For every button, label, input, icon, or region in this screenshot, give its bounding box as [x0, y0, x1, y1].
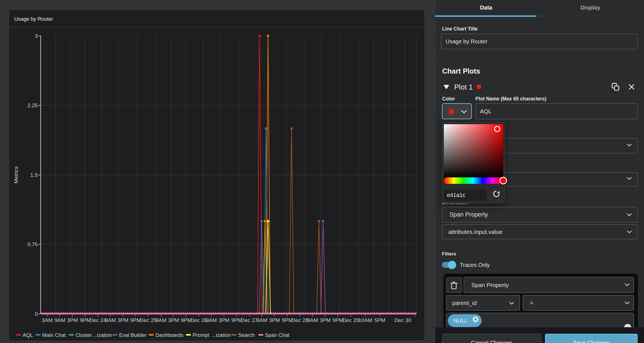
- svg-text:9PM: 9PM: [80, 317, 91, 323]
- svg-text:AQL: AQL: [23, 332, 33, 338]
- svg-text:Dec 26: Dec 26: [190, 317, 207, 323]
- svg-text:Eval Builder: Eval Builder: [119, 332, 147, 338]
- svg-text:Dec 25: Dec 25: [140, 317, 157, 323]
- svg-text:Dec 24: Dec 24: [89, 317, 106, 323]
- svg-text:Dec 28: Dec 28: [292, 317, 308, 323]
- svg-text:10AM: 10AM: [358, 317, 372, 323]
- svg-text:3PM: 3PM: [67, 317, 78, 323]
- svg-text:Dec 29: Dec 29: [342, 317, 359, 323]
- svg-text:9AM: 9AM: [256, 317, 267, 323]
- svg-text:3PM: 3PM: [218, 317, 229, 323]
- svg-text:9PM: 9PM: [130, 317, 141, 323]
- svg-text:1.5: 1.5: [30, 172, 38, 178]
- svg-text:9AM: 9AM: [206, 317, 217, 323]
- svg-text:Prompt …ization: Prompt …ization: [193, 332, 231, 338]
- svg-text:Main Chat: Main Chat: [42, 332, 66, 338]
- svg-text:Dec 27: Dec 27: [241, 317, 258, 323]
- svg-text:9AM: 9AM: [105, 317, 116, 323]
- svg-text:9PM: 9PM: [332, 317, 343, 323]
- svg-text:3PM: 3PM: [269, 317, 280, 323]
- svg-text:5PM: 5PM: [374, 317, 385, 323]
- svg-text:9PM: 9PM: [181, 317, 191, 323]
- svg-text:3AM: 3AM: [42, 317, 53, 323]
- svg-text:2.25: 2.25: [27, 102, 38, 108]
- svg-text:Metrics: Metrics: [13, 166, 19, 183]
- svg-text:Dec 30: Dec 30: [394, 317, 411, 323]
- svg-text:9AM: 9AM: [54, 317, 65, 323]
- svg-text:3PM: 3PM: [319, 317, 330, 323]
- svg-text:0: 0: [35, 311, 38, 317]
- svg-text:Span Chat: Span Chat: [265, 332, 289, 338]
- svg-text:3PM: 3PM: [117, 317, 128, 323]
- svg-text:9PM: 9PM: [231, 317, 242, 323]
- svg-text:0.75: 0.75: [27, 241, 38, 247]
- svg-text:3: 3: [35, 33, 38, 39]
- svg-text:9AM: 9AM: [155, 317, 166, 323]
- svg-text:3PM: 3PM: [168, 317, 179, 323]
- svg-text:Search: Search: [238, 332, 255, 338]
- svg-text:Cluster…ization: Cluster…ization: [75, 332, 112, 338]
- svg-text:9PM: 9PM: [282, 317, 293, 323]
- svg-text:9AM: 9AM: [307, 317, 318, 323]
- svg-text:Dashboards: Dashboards: [155, 332, 183, 338]
